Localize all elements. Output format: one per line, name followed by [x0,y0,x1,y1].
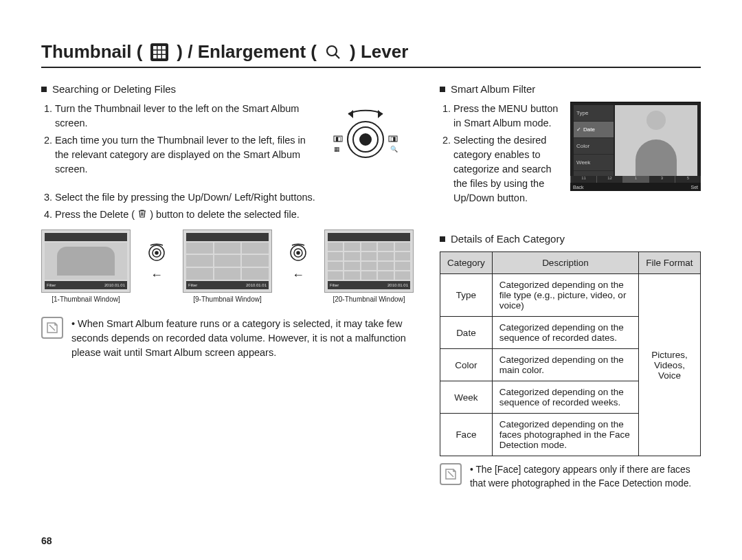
left-heading-text: Searching or Deleting Files [52,83,176,95]
svg-rect-3 [162,46,166,49]
svg-point-16 [360,134,371,145]
left-step-4-post: ) button to delete the selected file. [150,209,300,220]
right-note: The [Face] category appears only if ther… [440,463,701,491]
right-column: Smart Album Filter Press the MENU button… [440,83,701,491]
svg-text:◧: ◧ [335,135,341,142]
thumbnail-window-1: Filter2010.01.01 [41,229,131,293]
camera-filter-menu: Type Date Color Week Face [574,105,614,188]
cat-date: Date [440,317,493,349]
left-step-3: Select the file by pressing the Up/Down/… [55,190,414,205]
left-step-2: Each time you turn the Thumbnail lever t… [55,133,309,177]
square-bullet-icon [440,236,445,242]
svg-rect-9 [162,55,166,58]
note-icon [41,317,63,339]
details-heading-text: Details of Each Category [451,233,565,245]
th-file-format: File Format [639,252,701,274]
svg-rect-1 [153,46,157,49]
right-steps: Press the MENU button in Smart Album mod… [440,102,562,205]
title-part3: ) Lever [350,41,408,63]
svg-marker-13 [378,110,383,118]
thumb-label-20: [20-Thumbnail Window] [324,295,414,303]
camera-photo-area [615,105,697,188]
menu-item-color: Color [574,138,614,155]
file-format-cell: Pictures, Videos, Voice [639,274,701,456]
square-bullet-icon [440,87,445,92]
svg-rect-2 [158,46,161,49]
cat-color: Color [440,349,493,381]
arrow-left-icon: ← [292,268,304,282]
thumbnail-window-20: Filter2010.01.01 [324,229,414,293]
desc-date: Categorized depending on the sequence of… [492,317,638,349]
thumbnail-windows-row: Filter2010.01.01 [1-Thumbnail Window] ← [41,229,414,303]
left-step-4-pre: Press the Delete ( [55,209,135,220]
lever-small-icon-1: ← [143,229,170,293]
camera-bottom-bar: Back Set [570,183,701,191]
svg-rect-5 [158,50,161,54]
title-part2: ) / Enlargement ( [177,41,317,63]
desc-face: Categorized depending on the faces photo… [492,414,638,456]
svg-point-28 [297,251,300,254]
title-part1: Thumbnail ( [41,41,142,63]
svg-rect-4 [153,50,157,54]
left-steps-3-4: Select the file by pressing the Up/Down/… [41,190,414,223]
magnifier-icon [325,44,341,60]
svg-rect-6 [162,50,166,54]
cat-type: Type [440,274,493,317]
thumb-label-9: [9-Thumbnail Window] [183,295,272,303]
svg-point-25 [155,251,158,254]
right-note-text: The [Face] category appears only if ther… [470,463,701,491]
cat-face: Face [440,414,493,456]
page-title-row: Thumbnail ( ) / Enlargement ( ) Leve [41,41,701,68]
menu-item-type: Type [574,105,614,122]
left-note-text: When Smart Album feature runs or a categ… [71,317,414,360]
svg-point-10 [327,46,337,56]
svg-line-11 [335,54,339,58]
left-step-4: Press the Delete ( ) button to delete th… [55,208,414,223]
desc-type: Categorized depending on the file type (… [492,274,638,317]
cam-set-label: Set [690,185,698,190]
svg-rect-7 [153,55,157,58]
svg-rect-8 [158,55,161,58]
cam-back-label: Back [573,185,584,190]
svg-text:▦: ▦ [334,146,340,153]
left-column: Searching or Deleting Files Turn the Thu… [41,83,414,491]
th-description: Description [492,252,638,274]
menu-item-date: Date [574,122,614,138]
details-heading: Details of Each Category [440,233,701,245]
thumbnail-grid-icon [150,43,168,61]
left-step-1: Turn the Thumbnail lever to the left on … [55,102,309,131]
trash-icon [137,208,147,223]
svg-text:◨: ◨ [390,135,396,142]
thumb-label-1: [1-Thumbnail Window] [41,295,131,303]
note-icon [440,463,462,485]
right-step-1: Press the MENU button in Smart Album mod… [453,102,562,131]
th-category: Category [440,252,493,274]
desc-color: Categorized depending on the main color. [492,349,638,381]
desc-week: Categorized depending on the sequence of… [492,381,638,414]
menu-item-week: Week [574,155,614,171]
lever-small-icon-2: ← [284,229,312,293]
left-note: When Smart Album feature runs or a categ… [41,317,414,360]
right-heading-text: Smart Album Filter [451,83,535,95]
right-step-2: Selecting the desired category enables t… [453,133,562,205]
cat-week: Week [440,381,493,414]
category-table: Category Description File Format Type Ca… [440,251,701,456]
thumbnail-window-9: Filter2010.01.01 [183,229,272,293]
left-heading: Searching or Deleting Files [41,83,414,95]
svg-text:🔍: 🔍 [390,145,398,153]
right-heading: Smart Album Filter [440,83,701,95]
svg-marker-12 [348,110,353,118]
camera-tick-row: 1112 1 35 [570,176,701,183]
lever-diagram-icon: ◧ ▦ ◨ 🔍 [317,102,414,170]
square-bullet-icon [41,87,47,92]
page-number: 68 [41,535,52,546]
left-steps-1-2: Turn the Thumbnail lever to the left on … [41,102,309,179]
arrow-left-icon: ← [150,268,163,282]
